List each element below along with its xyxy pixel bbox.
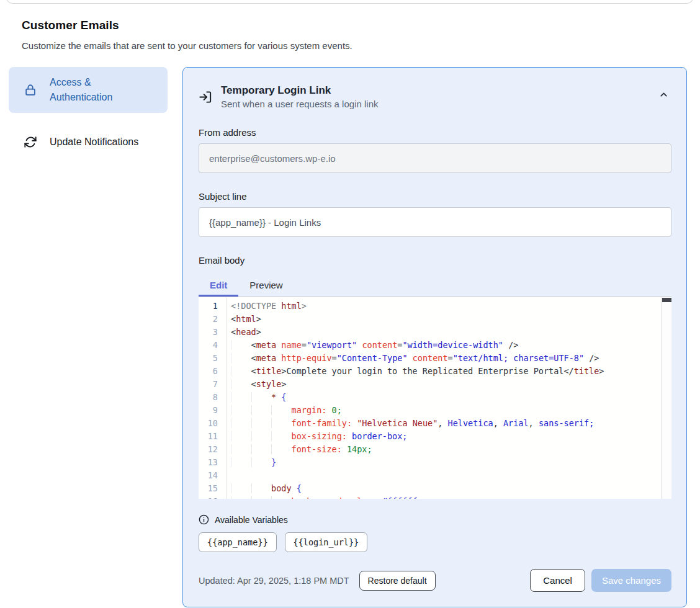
sidebar-item-access-authentication[interactable]: Access & Authentication bbox=[9, 67, 168, 113]
email-types-sidebar: Access & Authentication Update Notificat… bbox=[9, 67, 168, 158]
code-editor[interactable]: 12345678910111213141516 <!DOCTYPE html><… bbox=[199, 297, 671, 499]
chevron-up-icon bbox=[658, 89, 669, 100]
restore-default-button[interactable]: Restore default bbox=[359, 571, 436, 591]
sidebar-item-update-notifications[interactable]: Update Notifications bbox=[9, 127, 168, 158]
sidebar-item-label: Update Notifications bbox=[50, 135, 138, 150]
lock-icon bbox=[24, 83, 37, 97]
code-line[interactable]: box-sizing: border-box; bbox=[231, 430, 671, 443]
variable-chip-login-url[interactable]: {{login_url}} bbox=[285, 532, 368, 552]
updated-timestamp: Updated: Apr 29, 2025, 1:18 PM MDT bbox=[199, 576, 349, 586]
tab-edit[interactable]: Edit bbox=[199, 275, 238, 295]
code-line[interactable]: <title>Complete your login to the Replic… bbox=[231, 365, 671, 378]
code-line[interactable]: <!DOCTYPE html> bbox=[231, 300, 671, 313]
page-subtitle: Customize the emails that are sent to yo… bbox=[22, 40, 678, 51]
refresh-icon bbox=[24, 135, 37, 149]
code-line[interactable]: background-color: #ffffff; bbox=[231, 495, 671, 499]
variable-chips: {{app_name}} {{login_url}} bbox=[199, 532, 671, 552]
panel-title: Temporary Login Link bbox=[221, 84, 671, 97]
editor-scrollbar-thumb[interactable] bbox=[662, 298, 671, 302]
editor-code[interactable]: <!DOCTYPE html><html><head> <meta name="… bbox=[227, 297, 671, 499]
available-variables-label: Available Variables bbox=[215, 515, 288, 525]
subject-line-label: Subject line bbox=[199, 191, 671, 202]
code-line[interactable]: font-family: "Helvetica Neue", Helvetica… bbox=[231, 417, 671, 430]
code-line[interactable]: * { bbox=[231, 391, 671, 404]
variable-chip-app-name[interactable]: {{app_name}} bbox=[199, 532, 277, 552]
email-body-tabs: Edit Preview bbox=[199, 275, 671, 295]
code-line[interactable]: <head> bbox=[231, 326, 671, 339]
panel-subtitle: Sent when a user requests a login link bbox=[221, 99, 671, 109]
code-line[interactable]: <meta http-equiv="Content-Type" content=… bbox=[231, 352, 671, 365]
code-line[interactable]: } bbox=[231, 456, 671, 469]
email-body-label: Email body bbox=[199, 255, 671, 266]
tab-preview[interactable]: Preview bbox=[238, 275, 294, 295]
subject-line-input[interactable] bbox=[199, 207, 671, 237]
code-line[interactable]: margin: 0; bbox=[231, 404, 671, 417]
previous-card-bottom-edge bbox=[6, 0, 693, 4]
sidebar-item-label: Access & Authentication bbox=[50, 75, 132, 105]
from-address-input[interactable] bbox=[199, 143, 671, 173]
code-line[interactable]: font-size: 14px; bbox=[231, 443, 671, 456]
code-line[interactable] bbox=[231, 469, 671, 482]
page-title: Customer Emails bbox=[22, 19, 678, 32]
code-line[interactable]: <html> bbox=[231, 313, 671, 326]
from-address-label: From address bbox=[199, 127, 671, 138]
info-icon bbox=[199, 514, 209, 525]
temporary-login-link-panel: Temporary Login Link Sent when a user re… bbox=[182, 67, 687, 607]
editor-gutter: 12345678910111213141516 bbox=[199, 297, 227, 499]
code-line[interactable]: <style> bbox=[231, 378, 671, 391]
login-icon bbox=[199, 90, 213, 104]
editor-scrollbar[interactable] bbox=[661, 297, 671, 499]
collapse-panel-button[interactable] bbox=[658, 89, 669, 100]
code-line[interactable]: body { bbox=[231, 482, 671, 495]
cancel-button[interactable]: Cancel bbox=[530, 569, 585, 592]
page-header: Customer Emails Customize the emails tha… bbox=[0, 0, 700, 51]
code-line[interactable]: <meta name="viewport" content="width=dev… bbox=[231, 339, 671, 352]
save-changes-button[interactable]: Save changes bbox=[591, 569, 671, 592]
